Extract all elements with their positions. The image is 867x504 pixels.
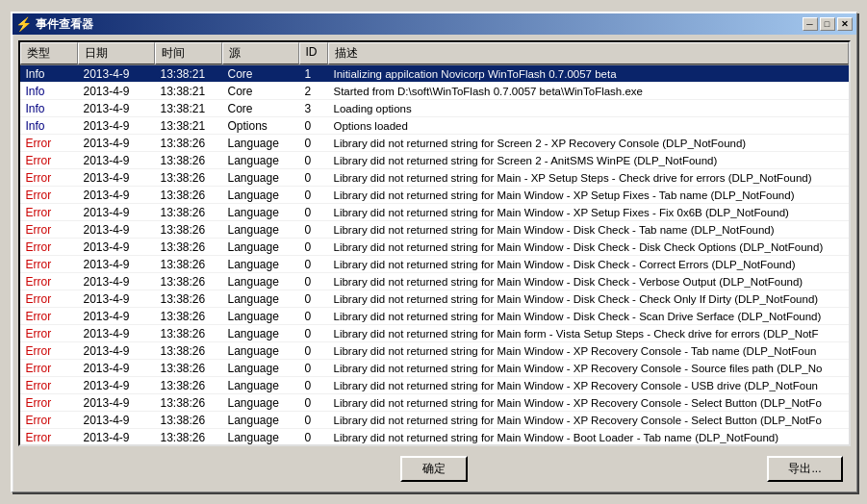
table-row[interactable]: Error 2013-4-9 13:38:26 Language 0 Libra… [20, 204, 849, 221]
cell-desc: Library did not returned string for Main… [328, 256, 849, 272]
cell-desc: Library did not returned string for Main… [328, 429, 849, 444]
cell-type: Error [20, 360, 78, 376]
cell-id: 0 [299, 429, 328, 444]
cell-source: Language [222, 187, 299, 203]
cell-time: 13:38:26 [155, 135, 222, 151]
table-row[interactable]: Error 2013-4-9 13:38:26 Language 0 Libra… [20, 429, 849, 444]
cell-time: 13:38:21 [155, 100, 222, 116]
minimize-button[interactable]: ─ [803, 17, 818, 31]
cell-type: Error [20, 412, 78, 428]
cell-source: Core [222, 83, 299, 99]
title-bar: ⚡ 事件查看器 ─ □ ✕ [13, 13, 856, 35]
cell-type: Error [20, 256, 78, 272]
export-button[interactable]: 导出... [767, 456, 842, 482]
table-row[interactable]: Error 2013-4-9 13:38:26 Language 0 Libra… [20, 169, 849, 187]
cell-source: Language [222, 290, 299, 307]
cell-source: Language [222, 256, 299, 272]
table-row[interactable]: Info 2013-4-9 13:38:21 Core 1 Initializi… [20, 65, 849, 83]
cell-desc: Options loaded [328, 117, 849, 134]
col-header-id[interactable]: ID [299, 42, 328, 64]
table-row[interactable]: Error 2013-4-9 13:38:26 Language 0 Libra… [20, 152, 849, 169]
cell-source: Core [222, 65, 299, 82]
cell-time: 13:38:26 [155, 308, 222, 324]
cell-desc: Initializing appilcation Novicorp WinToF… [328, 65, 849, 82]
cell-time: 13:38:26 [155, 187, 222, 203]
cell-id: 0 [299, 290, 328, 307]
table-row[interactable]: Error 2013-4-9 13:38:26 Language 0 Libra… [20, 239, 849, 256]
table-row[interactable]: Error 2013-4-9 13:38:26 Language 0 Libra… [20, 325, 849, 342]
table-row[interactable]: Info 2013-4-9 13:38:21 Options 0 Options… [20, 117, 849, 135]
cell-desc: Library did not returned string for Main… [328, 412, 849, 428]
cell-source: Language [222, 273, 299, 290]
table-body[interactable]: Info 2013-4-9 13:38:21 Core 1 Initializi… [20, 65, 849, 444]
cell-id: 0 [299, 256, 328, 272]
col-header-date[interactable]: 日期 [78, 42, 155, 64]
col-header-time[interactable]: 时间 [155, 42, 222, 64]
col-header-desc[interactable]: 描述 [328, 42, 849, 64]
cell-type: Error [20, 273, 78, 290]
table-row[interactable]: Error 2013-4-9 13:38:26 Language 0 Libra… [20, 412, 849, 429]
cell-desc: Library did not returned string for Main… [328, 239, 849, 255]
cell-source: Language [222, 394, 299, 411]
close-button[interactable]: ✕ [837, 17, 853, 31]
cell-date: 2013-4-9 [78, 117, 155, 134]
cell-type: Error [20, 308, 78, 324]
cell-time: 13:38:26 [155, 256, 222, 272]
cell-time: 13:38:26 [155, 412, 222, 428]
col-header-source[interactable]: 源 [222, 42, 299, 64]
table-row[interactable]: Error 2013-4-9 13:38:26 Language 0 Libra… [20, 308, 849, 325]
cell-type: Error [20, 204, 78, 220]
table-row[interactable]: Error 2013-4-9 13:38:26 Language 0 Libra… [20, 342, 849, 360]
cell-type: Error [20, 187, 78, 203]
cell-desc: Library did not returned string for Scre… [328, 152, 849, 168]
table-row[interactable]: Error 2013-4-9 13:38:26 Language 0 Libra… [20, 290, 849, 308]
cell-source: Language [222, 169, 299, 186]
event-table-container: 类型 日期 时间 源 ID 描述 Info 2013-4-9 13:38:21 … [18, 40, 851, 446]
cell-id: 0 [299, 152, 328, 168]
cell-desc: Library did not returned string for Main… [328, 308, 849, 324]
cell-source: Core [222, 100, 299, 116]
table-row[interactable]: Error 2013-4-9 13:38:26 Language 0 Libra… [20, 187, 849, 204]
cell-type: Error [20, 325, 78, 341]
footer-center: 确定 [103, 456, 766, 482]
cell-type: Error [20, 239, 78, 255]
table-row[interactable]: Error 2013-4-9 13:38:26 Language 0 Libra… [20, 377, 849, 394]
cell-type: Info [20, 117, 78, 134]
cell-source: Language [222, 135, 299, 151]
cell-time: 13:38:26 [155, 152, 222, 168]
table-row[interactable]: Error 2013-4-9 13:38:26 Language 0 Libra… [20, 135, 849, 152]
table-row[interactable]: Error 2013-4-9 13:38:26 Language 0 Libra… [20, 394, 849, 412]
cell-id: 2 [299, 83, 328, 99]
cell-type: Info [20, 83, 78, 99]
cell-time: 13:38:26 [155, 325, 222, 341]
cell-source: Language [222, 308, 299, 324]
cell-desc: Library did not returned string for Main… [328, 221, 849, 238]
table-row[interactable]: Error 2013-4-9 13:38:26 Language 0 Libra… [20, 273, 849, 290]
cell-time: 13:38:26 [155, 377, 222, 393]
cell-date: 2013-4-9 [78, 83, 155, 99]
cell-date: 2013-4-9 [78, 412, 155, 428]
cell-time: 13:38:26 [155, 169, 222, 186]
cell-id: 0 [299, 135, 328, 151]
col-header-type[interactable]: 类型 [20, 42, 78, 64]
table-row[interactable]: Info 2013-4-9 13:38:21 Core 3 Loading op… [20, 100, 849, 117]
cell-id: 0 [299, 221, 328, 238]
table-row[interactable]: Error 2013-4-9 13:38:26 Language 0 Libra… [20, 360, 849, 377]
cell-type: Error [20, 221, 78, 238]
table-row[interactable]: Error 2013-4-9 13:38:26 Language 0 Libra… [20, 256, 849, 273]
cell-time: 13:38:26 [155, 342, 222, 359]
cell-id: 0 [299, 342, 328, 359]
cell-id: 0 [299, 325, 328, 341]
confirm-button[interactable]: 确定 [400, 456, 468, 482]
table-row[interactable]: Error 2013-4-9 13:38:26 Language 0 Libra… [20, 221, 849, 239]
cell-desc: Library did not returned string for Main… [328, 377, 849, 393]
cell-desc: Started from D:\soft\WinToFlash 0.7.0057… [328, 83, 849, 99]
cell-type: Error [20, 169, 78, 186]
window-title: 事件查看器 [36, 16, 93, 33]
cell-date: 2013-4-9 [78, 273, 155, 290]
table-row[interactable]: Info 2013-4-9 13:38:21 Core 2 Started fr… [20, 83, 849, 100]
cell-time: 13:38:26 [155, 290, 222, 307]
cell-date: 2013-4-9 [78, 377, 155, 393]
cell-source: Language [222, 239, 299, 255]
maximize-button[interactable]: □ [820, 17, 835, 31]
